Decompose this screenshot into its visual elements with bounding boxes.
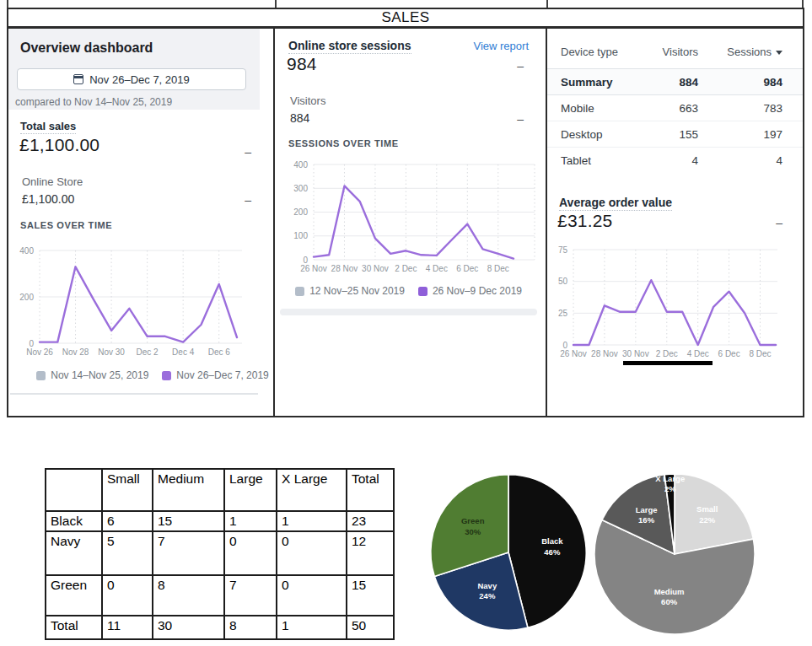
axis-highlight-bar bbox=[623, 361, 713, 365]
pie-slice-label: X Large2% bbox=[655, 474, 685, 495]
svg-text:0: 0 bbox=[29, 339, 34, 348]
svg-text:26 Nov: 26 Nov bbox=[560, 349, 587, 358]
size-table-cell: Black bbox=[46, 511, 102, 531]
svg-text:0: 0 bbox=[303, 256, 308, 265]
device-table-row: Tablet44 bbox=[547, 148, 803, 174]
visitors-label: Visitors bbox=[290, 94, 325, 107]
sessions-panel: Online store sessions View report 984 – … bbox=[273, 29, 546, 416]
sessions-title: Online store sessions bbox=[288, 39, 411, 54]
panel-title: Overview dashboard bbox=[20, 40, 153, 56]
device-type-header: Device type bbox=[561, 46, 626, 58]
device-table-row: Mobile663783 bbox=[547, 95, 803, 121]
svg-text:0: 0 bbox=[562, 341, 567, 350]
svg-text:Dec 6: Dec 6 bbox=[208, 347, 231, 357]
svg-text:28 Nov: 28 Nov bbox=[331, 264, 358, 273]
pie-slice-label: Small22% bbox=[696, 504, 718, 525]
size-table-header-cell: Small bbox=[102, 469, 153, 511]
screenshot-canvas: SALES Overview dashboard Nov 26–Dec 7, 2… bbox=[0, 0, 812, 646]
table-border-stub bbox=[7, 0, 8, 8]
device-table-cell: Desktop bbox=[561, 128, 626, 141]
size-table-header-cell: Medium bbox=[153, 469, 224, 511]
svg-text:200: 200 bbox=[293, 207, 308, 217]
size-table-cell: 0 bbox=[277, 575, 347, 616]
size-table-cell: 8 bbox=[224, 616, 277, 639]
device-table-cell: Summary bbox=[561, 76, 626, 89]
size-color-table: SmallMediumLargeX LargeTotal Black615112… bbox=[45, 468, 395, 640]
size-table-cell: 30 bbox=[153, 616, 224, 639]
svg-text:Nov 30: Nov 30 bbox=[98, 347, 125, 357]
visitors-delta: – bbox=[517, 112, 524, 126]
device-table-header: Device type Visitors Sessions bbox=[547, 29, 803, 69]
svg-text:2 Dec: 2 Dec bbox=[395, 264, 417, 273]
size-table-header-cell bbox=[46, 469, 102, 511]
table-border-stub bbox=[546, 0, 548, 8]
pie-slice-label: Black46% bbox=[541, 536, 562, 557]
aov-over-time-chart: 025507526 Nov28 Nov30 Nov2 Dec4 Dec6 Dec… bbox=[547, 238, 804, 361]
svg-text:50: 50 bbox=[558, 277, 568, 286]
size-table-cell: 1 bbox=[277, 511, 347, 531]
pie-chart-svg bbox=[592, 471, 757, 637]
pie-slice-label: Large16% bbox=[636, 505, 658, 526]
svg-text:300: 300 bbox=[293, 184, 308, 193]
size-table-row: Total11308150 bbox=[46, 616, 394, 639]
size-table-cell: Total bbox=[46, 616, 102, 639]
size-table-cell: 6 bbox=[102, 511, 153, 531]
total-sales-label: Total sales bbox=[20, 120, 76, 134]
legend-label: 12 Nov–25 Nov 2019 bbox=[309, 285, 405, 297]
view-report-link[interactable]: View report bbox=[473, 40, 529, 52]
svg-text:Dec 4: Dec 4 bbox=[172, 347, 195, 357]
svg-text:8 Dec: 8 Dec bbox=[749, 349, 771, 358]
sales-over-time-chart: 0200400Nov 26Nov 28Nov 30Dec 2Dec 4Dec 6 bbox=[8, 234, 273, 358]
legend-swatch bbox=[418, 287, 428, 296]
legend-item: Nov 26–Dec 7, 2019 bbox=[162, 369, 268, 381]
size-table-header-cell: Total bbox=[347, 469, 394, 511]
sessions-sort-header[interactable]: Sessions bbox=[698, 46, 782, 58]
aov-label: Average order value bbox=[559, 196, 672, 211]
device-table-cell: 4 bbox=[626, 154, 698, 167]
total-sales-delta: – bbox=[245, 145, 251, 159]
sales-chart-title: SALES OVER TIME bbox=[20, 220, 112, 230]
aov-delta: – bbox=[776, 216, 782, 229]
size-table-cell: 23 bbox=[347, 511, 394, 531]
svg-text:6 Dec: 6 Dec bbox=[456, 264, 478, 273]
legend-swatch bbox=[162, 371, 171, 380]
pie-slice-label: Green30% bbox=[461, 516, 484, 537]
visitors-header: Visitors bbox=[626, 46, 698, 58]
legend-label: 26 Nov–9 Dec 2019 bbox=[433, 285, 522, 297]
size-table-cell: 0 bbox=[224, 531, 277, 575]
analytics-dashboard: Overview dashboard Nov 26–Dec 7, 2019 co… bbox=[7, 27, 804, 417]
calendar-icon bbox=[73, 74, 83, 84]
device-table-cell: 984 bbox=[698, 76, 782, 89]
svg-text:26 Nov: 26 Nov bbox=[300, 264, 327, 273]
size-table-row: Green087015 bbox=[46, 575, 394, 616]
svg-text:75: 75 bbox=[558, 245, 568, 255]
svg-text:30 Nov: 30 Nov bbox=[622, 349, 649, 358]
pie-slice-label: Medium60% bbox=[654, 586, 685, 607]
size-table-cell: 1 bbox=[224, 511, 277, 531]
size-table-header-cell: X Large bbox=[277, 469, 347, 511]
size-table-cell: 1 bbox=[277, 616, 347, 639]
legend-label: Nov 26–Dec 7, 2019 bbox=[176, 369, 268, 381]
svg-text:200: 200 bbox=[19, 293, 34, 302]
scroll-indicator-bar[interactable] bbox=[280, 309, 537, 315]
sessions-over-time-chart: 010020030040026 Nov28 Nov30 Nov2 Dec4 De… bbox=[275, 153, 547, 278]
size-table-cell: 7 bbox=[224, 575, 277, 616]
svg-text:Nov 26: Nov 26 bbox=[26, 347, 53, 357]
device-table-cell: 155 bbox=[626, 128, 698, 141]
svg-text:Dec 2: Dec 2 bbox=[137, 347, 159, 357]
svg-text:Nov 28: Nov 28 bbox=[62, 347, 89, 357]
svg-text:30 Nov: 30 Nov bbox=[362, 264, 389, 273]
overview-panel: Overview dashboard Nov 26–Dec 7, 2019 co… bbox=[8, 29, 273, 416]
size-table-cell: 7 bbox=[153, 531, 224, 575]
total-sales-value: £1,100.00 bbox=[19, 135, 99, 155]
size-table-cell: Green bbox=[46, 575, 102, 616]
legend-item: 12 Nov–25 Nov 2019 bbox=[295, 285, 405, 297]
svg-text:4 Dec: 4 Dec bbox=[426, 264, 448, 273]
legend-swatch bbox=[295, 287, 304, 296]
size-table-cell: 0 bbox=[102, 575, 153, 616]
color-distribution-pie-chart: Black46%Navy24%Green30% bbox=[428, 472, 589, 633]
date-range-button[interactable]: Nov 26–Dec 7, 2019 bbox=[17, 68, 246, 90]
legend-swatch bbox=[36, 371, 46, 380]
size-table-head: SmallMediumLargeX LargeTotal bbox=[46, 469, 394, 511]
online-store-value: £1,100.00 bbox=[22, 192, 74, 206]
